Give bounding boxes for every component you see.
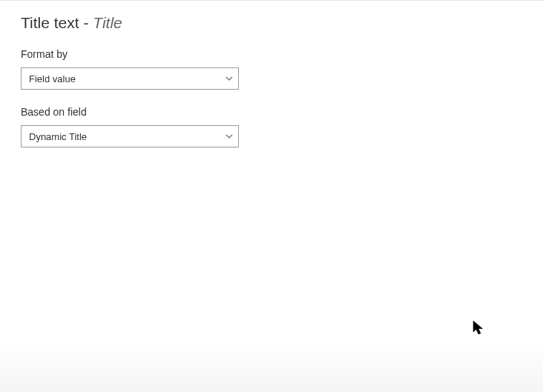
format-by-group: Format by — [21, 48, 522, 90]
format-by-select[interactable] — [21, 67, 239, 90]
page-title-prefix: Title text - — [21, 14, 93, 31]
format-by-label: Format by — [21, 48, 522, 60]
page-title: Title text - Title — [21, 14, 522, 32]
format-by-select-wrap — [21, 67, 239, 90]
based-on-field-select[interactable] — [21, 125, 239, 147]
cursor-icon — [473, 320, 484, 336]
bottom-fade — [0, 340, 543, 392]
based-on-field-label: Based on field — [21, 106, 522, 118]
dialog-content: Title text - Title Format by Based on fi… — [0, 1, 543, 177]
page-title-suffix: Title — [93, 14, 122, 31]
based-on-field-select-wrap — [21, 125, 239, 147]
based-on-field-group: Based on field — [21, 106, 522, 147]
